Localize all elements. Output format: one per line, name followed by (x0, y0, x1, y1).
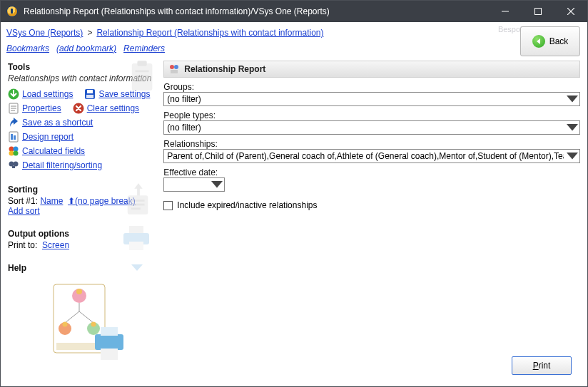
svg-point-25 (9, 162, 14, 167)
svg-rect-5 (138, 61, 147, 66)
svg-rect-19 (11, 134, 13, 140)
calculated-fields-icon (8, 145, 19, 157)
svg-rect-48 (101, 349, 118, 360)
people-types-value: (no filter) (167, 123, 201, 133)
svg-point-37 (76, 289, 82, 294)
save-shortcut-link[interactable]: Save as a shortcut (22, 118, 93, 128)
svg-point-50 (174, 65, 178, 69)
svg-rect-30 (131, 204, 145, 206)
print-rest: rint (539, 361, 551, 371)
load-settings-link[interactable]: Load settings (22, 89, 73, 99)
dropdown-icon (211, 180, 223, 190)
svg-rect-46 (95, 334, 123, 350)
maximize-button[interactable] (522, 1, 554, 22)
main-panel: Relationship Report Groups: (no filter) … (161, 58, 587, 386)
groups-combo[interactable]: (no filter) (163, 92, 580, 106)
sort-prefix: Sort #1: (8, 196, 38, 206)
svg-rect-34 (129, 242, 143, 250)
print-mnemonic: P (533, 361, 539, 371)
svg-point-24 (14, 151, 19, 156)
relationship-report-icon (168, 63, 180, 75)
bookmarks-link[interactable]: Bookmarks (6, 43, 49, 53)
printer-deco-icon (121, 225, 152, 253)
svg-rect-29 (131, 200, 145, 202)
breadcrumb-separator: > (87, 28, 92, 38)
dropdown-icon (567, 151, 578, 161)
svg-rect-51 (171, 70, 178, 73)
clear-settings-link[interactable]: Clear settings (87, 103, 139, 113)
top-links: Bookmarks (add bookmark) Reminders (1, 41, 587, 58)
relationships-value: Parent of,Child of (Parent),General coac… (167, 151, 564, 161)
back-button[interactable]: Back (520, 26, 580, 56)
save-shortcut-icon (8, 117, 19, 128)
calculated-fields-link[interactable]: Calculated fields (22, 146, 85, 156)
breadcrumb: VSys One (Reports) > Relationship Report… (1, 22, 587, 41)
svg-point-49 (170, 65, 174, 69)
close-button[interactable] (554, 1, 587, 22)
design-report-link[interactable]: Design report (22, 132, 74, 142)
design-report-icon (8, 131, 19, 143)
sorting-deco-icon (125, 182, 152, 216)
window-title: Relationship Report (Relationships with … (24, 6, 489, 16)
breadcrumb-root[interactable]: VSys One (Reports) (6, 28, 83, 38)
output-target-link[interactable]: Screen (42, 240, 69, 250)
svg-rect-47 (101, 327, 118, 336)
svg-point-21 (9, 147, 14, 152)
add-bookmark-link[interactable]: (add bookmark) (56, 43, 116, 53)
properties-icon (8, 103, 19, 114)
groups-value: (no filter) (167, 94, 201, 104)
people-types-combo[interactable]: (no filter) (163, 120, 580, 135)
relationships-label: Relationships: (163, 139, 580, 149)
svg-rect-6 (136, 70, 149, 72)
relationships-combo[interactable]: Parent of,Child of (Parent),General coac… (163, 149, 580, 163)
breadcrumb-current[interactable]: Relationship Report (Relationships with … (96, 28, 323, 38)
detail-filtering-icon (8, 160, 19, 171)
app-icon (6, 6, 18, 17)
output-prefix: Print to: (8, 240, 37, 250)
svg-point-44 (91, 322, 96, 327)
groups-label: Groups: (163, 82, 580, 92)
back-arrow-icon (532, 35, 545, 48)
svg-point-26 (14, 162, 19, 167)
effective-date-combo[interactable] (163, 177, 225, 192)
svg-point-42 (63, 322, 68, 327)
add-sort-link[interactable]: Add sort (8, 206, 40, 216)
load-settings-icon (8, 88, 19, 100)
panel-title: Relationship Report (184, 64, 265, 74)
help-chevron-icon[interactable] (131, 263, 143, 273)
back-button-label: Back (549, 36, 569, 46)
include-expired-row[interactable]: Include expired/inactive relationships (163, 200, 580, 210)
svg-rect-8 (136, 80, 145, 82)
properties-link[interactable]: Properties (22, 103, 61, 113)
svg-rect-27 (12, 166, 15, 168)
svg-rect-20 (14, 135, 16, 140)
effective-date-label: Effective date: (163, 167, 580, 177)
svg-rect-1 (535, 9, 542, 15)
dropdown-icon (567, 94, 578, 104)
minimize-button[interactable] (489, 1, 522, 22)
svg-rect-12 (86, 95, 93, 98)
panel-header: Relationship Report (163, 61, 580, 78)
svg-rect-32 (129, 226, 143, 233)
sort-field-link[interactable]: Name (40, 196, 63, 206)
reminders-link[interactable]: Reminders (123, 43, 165, 53)
svg-rect-7 (136, 75, 149, 77)
include-expired-label: Include expired/inactive relationships (177, 200, 317, 210)
svg-point-23 (9, 151, 14, 156)
sort-up-icon: ⬆ (68, 196, 75, 206)
footer: Print (163, 354, 580, 382)
print-button[interactable]: Print (512, 356, 572, 375)
dropdown-icon (567, 123, 578, 133)
clear-settings-icon (73, 103, 84, 114)
people-types-label: People types: (163, 110, 580, 120)
detail-filtering-link[interactable]: Detail filtering/sorting (22, 160, 102, 170)
sidebar: Tools Relationships with contact informa… (1, 58, 161, 386)
svg-rect-31 (131, 207, 141, 210)
title-bar: Relationship Report (Relationships with … (1, 1, 587, 22)
help-image (51, 282, 129, 367)
svg-point-22 (14, 147, 19, 152)
include-expired-checkbox[interactable] (163, 201, 173, 210)
svg-rect-11 (87, 90, 93, 93)
save-settings-icon (84, 88, 96, 100)
clipboard-icon (129, 59, 156, 93)
